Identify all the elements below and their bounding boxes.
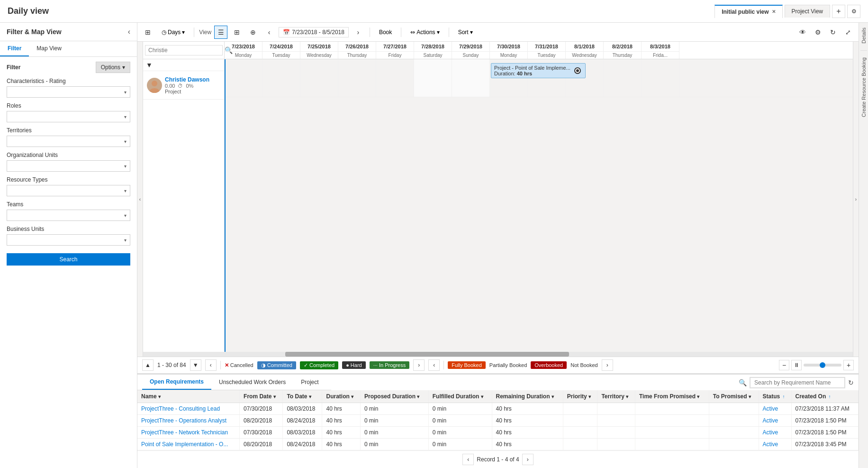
filter-icon[interactable]: ▾ [749,394,751,399]
table-link[interactable]: ProjectThree - Consulting Lead [141,405,220,412]
gantt-left-collapse[interactable]: ‹ [137,42,143,357]
search-icon[interactable]: 🔍 [739,379,747,386]
refresh-icon[interactable]: ↻ [848,379,854,386]
collapse-resource-icon[interactable]: ▼ [146,61,153,69]
filter-select-2[interactable] [7,136,130,147]
col-time-from-promised[interactable]: Time From Promised ▾ [635,390,709,403]
col-from-date[interactable]: From Date ▾ [240,390,283,403]
filter-icon[interactable]: ▾ [351,394,353,399]
filter-icon[interactable]: ▾ [588,394,591,399]
col-proposed-duration[interactable]: Proposed Duration ▾ [361,390,429,403]
sidebar-tab-map-view[interactable]: Map View [29,41,69,56]
resource-search-input[interactable] [145,45,223,55]
filter-icon[interactable]: ▾ [273,394,276,399]
filter-select-0[interactable] [7,86,130,98]
eye-icon[interactable]: 👁 [796,26,809,39]
sort-icon[interactable]: ↑ [783,394,785,399]
filter-select-1[interactable] [7,111,130,122]
tab-project-view[interactable]: Project View [785,5,830,18]
globe-icon[interactable]: ⊕ [246,26,260,39]
create-resource-booking-label[interactable]: Create Resource Booking [859,53,868,122]
tab-unscheduled-work-orders[interactable]: Unscheduled Work Orders [211,375,293,389]
col-status[interactable]: Status ↑ [759,390,791,403]
next-booking-button[interactable]: › [602,359,613,371]
filter-icon[interactable]: ▾ [697,394,699,399]
table-link[interactable]: Active [763,405,778,412]
actions-button[interactable]: ⇔ Actions ▾ [406,27,443,37]
next-page-button[interactable]: ▼ [190,359,201,371]
table-cell-2-11[interactable]: Active [759,427,791,439]
prev-record-button[interactable]: ‹ [462,454,474,465]
table-cell-0-0[interactable]: ProjectThree - Consulting Lead [137,403,240,415]
table-cell-3-11[interactable]: Active [759,439,791,450]
filter-icon[interactable]: ▾ [626,394,628,399]
table-cell-1-11[interactable]: Active [759,415,791,427]
col-territory[interactable]: Territory ▾ [597,390,635,403]
filter-icon[interactable]: ▾ [309,394,311,399]
sidebar-collapse-icon[interactable]: ‹ [128,28,130,36]
grid-view-icon[interactable]: ⊞ [230,26,244,39]
col-fulfilled-duration[interactable]: Fulfilled Duration ▾ [428,390,492,403]
col-duration[interactable]: Duration ▾ [322,390,361,403]
close-icon[interactable]: ✕ [772,9,776,14]
next-period-button[interactable]: › [352,26,365,39]
table-link[interactable]: ProjectThree - Operations Analyst [141,417,226,424]
sort-icon[interactable]: ↑ [829,394,831,399]
col-remaining-duration[interactable]: Remaining Duration ▾ [492,390,563,403]
table-link[interactable]: ProjectThree - Network Technician [141,429,228,436]
filter-select-6[interactable] [7,234,130,246]
list-view-icon[interactable]: ☰ [214,26,227,39]
table-link[interactable]: Active [763,429,778,436]
horizontal-scrollbar[interactable] [143,352,853,357]
gantt-right-collapse[interactable]: › [853,42,859,357]
table-cell-2-0[interactable]: ProjectThree - Network Technician [137,427,240,439]
col-priority[interactable]: Priority ▾ [563,390,597,403]
filter-icon[interactable]: ▾ [481,394,483,399]
table-cell-3-0[interactable]: Point of Sale Implementation - O... [137,439,240,450]
sidebar-tab-filter[interactable]: Filter [0,41,29,56]
table-cell-0-11[interactable]: Active [759,403,791,415]
tab-initial-public-view[interactable]: Initial public view ✕ [714,5,782,18]
table-link[interactable]: Active [763,441,778,448]
next-record-button[interactable]: › [522,454,533,465]
sidebar-resize-handle[interactable] [134,23,137,468]
filter-select-4[interactable] [7,185,130,196]
tab-project[interactable]: Project [293,375,326,389]
prev-period-button[interactable]: ‹ [262,26,276,39]
filter-icon[interactable]: ▾ [552,394,554,399]
expand-icon[interactable]: ⤢ [841,26,855,39]
filter-icon[interactable]: ▾ [417,394,419,399]
settings-icon[interactable]: ⚙ [811,26,824,39]
table-link[interactable]: Point of Sale Implementation - O... [141,441,228,448]
days-button[interactable]: ◷ Days ▾ [157,27,189,37]
col-created-on[interactable]: Created On ↑ [791,390,858,403]
prev-page-button[interactable]: ▲ [142,359,154,371]
book-button[interactable]: Book [375,27,396,37]
col-to-date[interactable]: To Date ▾ [283,390,322,403]
tab-open-requirements[interactable]: Open Requirements [142,375,211,390]
sort-button[interactable]: Sort ▾ [454,27,477,37]
table-cell-1-0[interactable]: ProjectThree - Operations Analyst [137,415,240,427]
zoom-in-button[interactable]: + [843,360,854,370]
prev-booking-button[interactable]: ‹ [428,359,440,371]
date-range-button[interactable]: 📅 7/23/2018 - 8/5/2018 [279,27,349,37]
grid-icon[interactable]: ⊞ [141,26,154,39]
settings-icon[interactable]: ⚙ [847,5,860,18]
filter-select-5[interactable] [7,210,130,221]
prev-nav-button[interactable]: ‹ [205,359,217,371]
filter-select-3[interactable] [7,160,130,172]
col-name[interactable]: Name ▾ [137,390,240,403]
search-input[interactable] [750,377,845,388]
zoom-out-button[interactable]: − [779,360,789,370]
details-label[interactable]: Details [859,23,868,48]
col-time-to-promised[interactable]: To Promised ▾ [709,390,759,403]
refresh-icon[interactable]: ↻ [826,26,840,39]
next-nav-button[interactable]: › [413,359,425,371]
table-link[interactable]: Active [763,417,778,424]
gantt-task-bar[interactable]: Project - Point of Sale Impleme... Durat… [491,63,586,78]
add-tab-button[interactable]: + [832,5,845,18]
pause-button[interactable]: ⏸ [791,360,802,370]
options-button[interactable]: Options ▾ [96,62,130,73]
zoom-track[interactable] [804,364,841,367]
search-button[interactable]: Search [7,253,130,266]
